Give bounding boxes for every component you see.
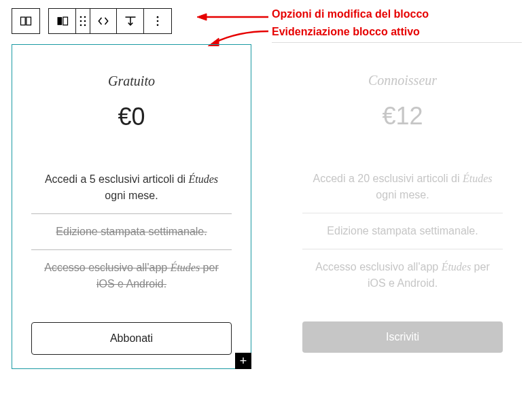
feature-text-post: ogni mese. <box>376 189 429 201</box>
align-icon <box>124 14 137 28</box>
align-button[interactable] <box>117 9 144 33</box>
subscribe-button[interactable]: Abbonati <box>31 322 232 355</box>
plan-name: Gratuito <box>31 73 232 89</box>
toolbar-group-block <box>48 8 172 34</box>
drag-handle[interactable] <box>76 9 90 33</box>
svg-rect-0 <box>21 17 26 25</box>
feature-text: Edizione stampata settimanale. <box>327 225 478 237</box>
svg-point-4 <box>80 16 82 18</box>
feature-item: Edizione stampata settimanale. <box>31 214 232 250</box>
svg-point-13 <box>157 20 159 22</box>
move-button[interactable] <box>90 9 117 33</box>
feature-text-pre: Accedi a 5 esclusivi articoli di <box>45 173 189 185</box>
svg-rect-1 <box>26 17 31 25</box>
svg-point-5 <box>84 16 86 18</box>
drag-icon <box>79 14 86 28</box>
svg-point-9 <box>84 24 86 27</box>
annotation-options: Opzioni di modifica del blocco <box>272 8 429 20</box>
toolbar-group-parent <box>12 8 40 34</box>
pricing-card-free[interactable]: Gratuito €0 Accedi a 5 esclusivi articol… <box>12 44 251 369</box>
feature-text-pre: Accedi a 20 esclusivi articoli di <box>313 173 463 184</box>
svg-rect-2 <box>57 17 62 25</box>
more-icon <box>151 14 164 28</box>
feature-text-post: ogni mese. <box>105 190 158 201</box>
feature-item: Edizione stampata settimanale. <box>302 213 503 249</box>
subscribe-button[interactable]: Iscriviti <box>302 321 503 353</box>
pricing-card-connoisseur[interactable]: Connoisseur €12 Accedi a 20 esclusivi ar… <box>283 44 522 369</box>
feature-text-em: Études <box>189 173 219 185</box>
block-toolbar <box>12 8 172 34</box>
add-block-button[interactable]: + <box>235 353 251 369</box>
feature-text-pre: Accesso esclusivo all'app <box>315 261 441 273</box>
svg-rect-3 <box>63 17 67 25</box>
plan-name: Connoisseur <box>302 73 503 88</box>
svg-point-8 <box>80 24 82 27</box>
plan-price: €12 <box>302 102 503 130</box>
arrow-1 <box>197 12 268 22</box>
column-icon <box>56 14 69 28</box>
feature-text-em: Études <box>171 262 200 273</box>
plus-icon: + <box>240 354 247 368</box>
columns-icon <box>19 14 33 28</box>
pricing-cards: Gratuito €0 Accedi a 5 esclusivi articol… <box>12 44 522 369</box>
feature-item: Accesso esclusivo all'app Études per iOS… <box>31 250 232 302</box>
plan-price: €0 <box>31 103 232 131</box>
svg-point-6 <box>80 20 82 22</box>
svg-point-14 <box>157 24 159 27</box>
feature-item: Accesso esclusivo all'app Études per iOS… <box>302 249 503 301</box>
feature-item: Accedi a 20 esclusivi articoli di Études… <box>302 161 503 213</box>
svg-marker-16 <box>197 14 207 20</box>
annotation-highlight: Evidenziazione blocco attivo <box>272 26 420 38</box>
feature-text-pre: Accesso esclusivo all'app <box>44 262 170 273</box>
feature-text: Edizione stampata settimanale. <box>56 226 207 237</box>
more-options-button[interactable] <box>144 9 171 33</box>
top-separator <box>272 42 522 43</box>
feature-item: Accedi a 5 esclusivi articoli di Études … <box>31 162 232 214</box>
arrow-2 <box>204 26 268 46</box>
feature-text-em: Études <box>442 261 472 273</box>
feature-text-em: Études <box>463 173 493 184</box>
columns-button[interactable] <box>12 9 39 33</box>
move-arrows-icon <box>96 14 110 28</box>
svg-point-7 <box>84 20 86 22</box>
svg-point-12 <box>157 16 159 18</box>
column-button[interactable] <box>49 9 76 33</box>
